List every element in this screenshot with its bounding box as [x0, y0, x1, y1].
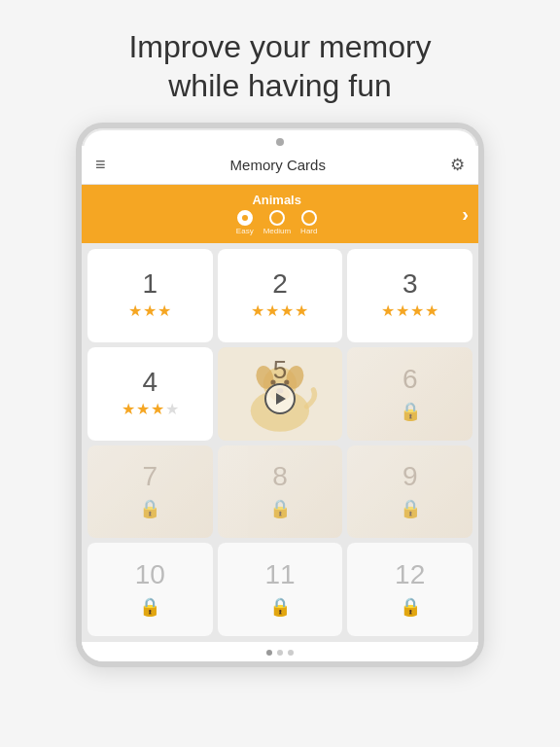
star-2-4: ★ — [295, 302, 308, 320]
gear-icon[interactable]: ⚙ — [450, 155, 465, 175]
level-number-7: 7 — [143, 463, 158, 490]
page-dot-3 — [288, 650, 294, 656]
play-triangle-icon — [276, 393, 286, 405]
category-name: Animals — [252, 193, 301, 207]
level-number-2: 2 — [272, 270, 288, 298]
lock-icon-12: 🔒 — [400, 596, 421, 618]
difficulty-medium[interactable]: Medium — [263, 210, 291, 235]
easy-circle — [237, 210, 253, 226]
level-card-9: 9 🔒 — [347, 445, 472, 539]
level-number-8: 8 — [272, 463, 288, 490]
play-button-5[interactable] — [264, 383, 296, 414]
level-card-2[interactable]: 2 ★ ★ ★ ★ — [218, 249, 343, 342]
star-2-3: ★ — [280, 302, 294, 320]
star-1-3: ★ — [158, 302, 171, 320]
level-1-stars: ★ ★ ★ — [128, 302, 171, 320]
level-2-stars: ★ ★ ★ ★ — [251, 302, 308, 320]
level-number-9: 9 — [402, 463, 418, 490]
level-card-10: 10 🔒 — [88, 543, 213, 636]
device-camera — [276, 138, 284, 146]
level-number-10: 10 — [135, 561, 165, 588]
menu-icon[interactable]: ≡ — [95, 155, 106, 175]
level-number-3: 3 — [402, 270, 418, 298]
star-4-3: ★ — [151, 400, 164, 418]
difficulty-hard[interactable]: Hard — [300, 210, 317, 235]
lock-icon-10: 🔒 — [139, 596, 160, 618]
level-card-4[interactable]: 4 ★ ★ ★ ★ — [88, 347, 213, 441]
category-next-arrow[interactable]: › — [462, 203, 469, 226]
level-4-stars: ★ ★ ★ ★ — [122, 400, 179, 418]
device-frame: ≡ Memory Cards ⚙ Animals Easy Medium — [76, 123, 484, 667]
lock-icon-11: 🔒 — [269, 596, 291, 618]
level-card-8: 8 🔒 — [218, 445, 343, 539]
level-number-1: 1 — [143, 270, 158, 298]
medium-circle — [269, 210, 285, 226]
lock-icon-6: 🔒 — [400, 401, 421, 422]
level-card-5[interactable]: 5 — [218, 347, 343, 441]
level-number-6: 6 — [402, 366, 418, 393]
app-frame: ≡ Memory Cards ⚙ Animals Easy Medium — [82, 146, 478, 661]
easy-label: Easy — [236, 227, 254, 235]
app-title: Memory Cards — [230, 157, 326, 173]
medium-label: Medium — [263, 227, 291, 235]
lock-icon-7: 🔒 — [139, 498, 160, 519]
play-overlay: 5 — [218, 347, 343, 441]
level-grid: 1 ★ ★ ★ 2 ★ ★ ★ ★ 3 — [82, 243, 478, 642]
star-2-2: ★ — [265, 302, 279, 320]
page-dot-2 — [277, 650, 283, 656]
difficulty-selector: Easy Medium Hard — [236, 210, 318, 235]
star-4-4: ★ — [165, 400, 179, 418]
level-number-11: 11 — [264, 561, 295, 588]
star-3-3: ★ — [410, 302, 424, 320]
lock-icon-8: 🔒 — [269, 498, 291, 519]
level-number-5: 5 — [273, 355, 287, 385]
page-dot-1 — [266, 650, 272, 656]
level-card-1[interactable]: 1 ★ ★ ★ — [88, 249, 213, 342]
star-3-1: ★ — [381, 302, 395, 320]
category-info: Animals Easy Medium Hard — [91, 193, 462, 235]
page-indicator — [82, 642, 478, 661]
star-4-2: ★ — [136, 400, 150, 418]
star-3-4: ★ — [425, 302, 438, 320]
hard-label: Hard — [300, 227, 317, 235]
difficulty-easy[interactable]: Easy — [236, 210, 254, 235]
headline-line1: Improve your memory — [128, 29, 431, 64]
level-card-11: 11 🔒 — [218, 543, 343, 636]
level-number-4: 4 — [143, 369, 158, 396]
level-number-12: 12 — [395, 561, 425, 588]
level-card-3[interactable]: 3 ★ ★ ★ ★ — [347, 249, 472, 342]
category-banner[interactable]: Animals Easy Medium Hard › — [82, 185, 478, 243]
hard-circle — [301, 210, 317, 226]
star-3-2: ★ — [396, 302, 409, 320]
star-1-1: ★ — [128, 302, 142, 320]
lock-icon-9: 🔒 — [400, 498, 421, 519]
app-header: ≡ Memory Cards ⚙ — [82, 146, 478, 185]
headline-line2: while having fun — [168, 68, 391, 103]
level-card-12: 12 🔒 — [347, 543, 472, 636]
star-4-1: ★ — [122, 400, 135, 418]
headline: Improve your memory while having fun — [89, 0, 470, 123]
level-card-6: 6 🔒 — [347, 347, 472, 441]
level-card-7: 7 🔒 — [88, 445, 213, 539]
star-1-2: ★ — [143, 302, 157, 320]
star-2-1: ★ — [251, 302, 264, 320]
level-3-stars: ★ ★ ★ ★ — [381, 302, 438, 320]
